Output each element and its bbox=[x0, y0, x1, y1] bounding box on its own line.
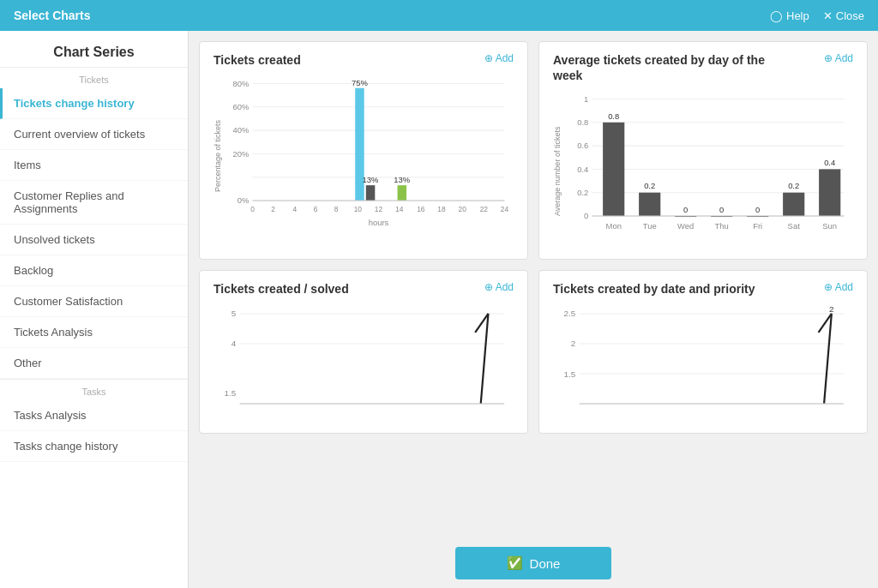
sidebar-item-customer-replies[interactable]: Customer Replies and Assignments bbox=[0, 181, 188, 225]
svg-text:2: 2 bbox=[829, 304, 833, 314]
chart-body-avg-by-day: Average number of tickets 1 0.8 0.6 bbox=[553, 90, 853, 252]
topbar: Select Charts ◯ Help ✕ Close bbox=[0, 0, 878, 31]
svg-text:0.2: 0.2 bbox=[788, 182, 799, 191]
chart-svg-avg-by-day: 1 0.8 0.6 0.4 0.2 0 0.8 0.2 bbox=[565, 90, 853, 252]
svg-text:Mon: Mon bbox=[606, 221, 622, 231]
sidebar-item-other[interactable]: Other bbox=[0, 348, 188, 379]
close-button[interactable]: ✕ Close bbox=[823, 9, 864, 22]
bar-tue bbox=[639, 193, 660, 216]
chart-tickets-created: Tickets created ⊕ Add Percentage of tick… bbox=[199, 41, 528, 260]
svg-text:2: 2 bbox=[571, 339, 575, 348]
spike-line-1 bbox=[481, 314, 489, 404]
chart-svg-tickets-created: 80% 60% 40% 20% 0% 75% 13% bbox=[226, 75, 514, 237]
svg-text:Fri: Fri bbox=[753, 221, 762, 231]
sidebar-item-tickets-change-history[interactable]: Tickets change history bbox=[0, 88, 188, 119]
svg-text:4: 4 bbox=[232, 339, 237, 348]
add-button-created-solved[interactable]: ⊕ Add bbox=[484, 281, 514, 293]
svg-text:18: 18 bbox=[437, 205, 446, 213]
chart-title-by-priority: Tickets created by date and priority bbox=[553, 281, 755, 297]
svg-text:24: 24 bbox=[501, 205, 509, 213]
topbar-title: Select Charts bbox=[14, 9, 90, 22]
help-button[interactable]: ◯ Help bbox=[770, 9, 809, 22]
svg-text:0.2: 0.2 bbox=[577, 188, 588, 197]
svg-text:75%: 75% bbox=[352, 78, 368, 87]
done-checkmark-icon: ✅ bbox=[507, 555, 523, 571]
svg-text:4: 4 bbox=[293, 205, 298, 213]
sidebar-item-tickets-analysis[interactable]: Tickets Analysis bbox=[0, 317, 188, 348]
help-icon: ◯ bbox=[770, 9, 783, 22]
svg-text:16: 16 bbox=[417, 205, 425, 213]
y-axis-label-avg-by-day: Average number of tickets bbox=[553, 90, 562, 252]
svg-text:10: 10 bbox=[354, 205, 363, 213]
y-axis-label-tickets-created: Percentage of tickets bbox=[213, 75, 222, 237]
svg-text:0.8: 0.8 bbox=[577, 117, 588, 127]
sidebar-item-current-overview[interactable]: Current overview of tickets bbox=[0, 119, 188, 150]
svg-text:0.4: 0.4 bbox=[577, 165, 588, 174]
svg-text:0.2: 0.2 bbox=[644, 182, 655, 191]
svg-text:Sat: Sat bbox=[788, 221, 801, 231]
svg-text:0: 0 bbox=[250, 205, 255, 213]
sidebar-section-tickets: Tickets bbox=[0, 67, 188, 88]
chart-area-tickets-created: 80% 60% 40% 20% 0% 75% 13% bbox=[226, 75, 514, 237]
svg-text:80%: 80% bbox=[232, 79, 249, 88]
svg-text:1: 1 bbox=[584, 94, 588, 104]
close-icon: ✕ bbox=[823, 9, 833, 22]
svg-text:0%: 0% bbox=[238, 195, 250, 205]
chart-tickets-created-solved: Tickets created / solved ⊕ Add 5 4 1.5 bbox=[199, 270, 528, 433]
svg-text:Wed: Wed bbox=[677, 221, 694, 231]
svg-text:6: 6 bbox=[314, 205, 318, 213]
chart-tickets-by-priority: Tickets created by date and priority ⊕ A… bbox=[538, 270, 868, 433]
svg-text:0: 0 bbox=[755, 205, 760, 214]
svg-text:22: 22 bbox=[480, 205, 489, 213]
sidebar-item-backlog[interactable]: Backlog bbox=[0, 255, 188, 286]
charts-area: Tickets created ⊕ Add Percentage of tick… bbox=[189, 31, 878, 588]
add-icon-4: ⊕ bbox=[824, 281, 833, 293]
add-button-tickets-created[interactable]: ⊕ Add bbox=[484, 52, 514, 64]
chart-area-avg-by-day: 1 0.8 0.6 0.4 0.2 0 0.8 0.2 bbox=[565, 90, 853, 252]
svg-text:2: 2 bbox=[271, 205, 275, 213]
svg-text:Tue: Tue bbox=[643, 221, 657, 231]
svg-text:20: 20 bbox=[458, 205, 466, 213]
chart-body-tickets-created: Percentage of tickets 80% 60% 40% bbox=[213, 75, 514, 237]
svg-text:40%: 40% bbox=[232, 125, 249, 135]
chart-area-created-solved: 5 4 1.5 bbox=[213, 304, 514, 426]
svg-text:0.8: 0.8 bbox=[608, 111, 619, 121]
svg-text:12: 12 bbox=[375, 205, 383, 213]
svg-text:0: 0 bbox=[719, 205, 724, 214]
svg-text:20%: 20% bbox=[232, 149, 249, 159]
svg-text:Thu: Thu bbox=[715, 221, 729, 231]
chart-title-created-solved: Tickets created / solved bbox=[213, 281, 349, 297]
svg-text:5: 5 bbox=[232, 309, 237, 318]
svg-text:1.5: 1.5 bbox=[225, 388, 237, 398]
sidebar-item-items[interactable]: Items bbox=[0, 150, 188, 181]
svg-text:8: 8 bbox=[334, 205, 339, 213]
bar-sun bbox=[819, 170, 840, 217]
chart-title-avg-by-day: Average tickets created by day of the we… bbox=[553, 52, 779, 83]
sidebar-item-unsolved-tickets[interactable]: Unsolved tickets bbox=[0, 225, 188, 255]
add-icon: ⊕ bbox=[484, 52, 493, 64]
done-button[interactable]: ✅ Done bbox=[455, 547, 612, 579]
svg-text:13%: 13% bbox=[363, 175, 379, 184]
svg-text:0.4: 0.4 bbox=[824, 159, 835, 168]
sidebar-item-tasks-change-history[interactable]: Tasks change history bbox=[0, 431, 188, 462]
add-button-avg-by-day[interactable]: ⊕ Add bbox=[824, 52, 853, 64]
sidebar: Chart Series Tickets Tickets change hist… bbox=[0, 31, 189, 588]
chart-title-tickets-created: Tickets created bbox=[213, 52, 301, 68]
main-layout: Chart Series Tickets Tickets change hist… bbox=[0, 31, 878, 588]
svg-text:14: 14 bbox=[395, 205, 404, 213]
add-icon-2: ⊕ bbox=[824, 52, 833, 64]
sidebar-item-tasks-analysis[interactable]: Tasks Analysis bbox=[0, 400, 188, 431]
add-button-by-priority[interactable]: ⊕ Add bbox=[824, 281, 853, 293]
sidebar-section-tasks: Tasks bbox=[0, 379, 188, 400]
svg-text:2.5: 2.5 bbox=[564, 309, 576, 318]
spike-right-1 bbox=[824, 314, 832, 404]
bar-13pct-green bbox=[398, 185, 407, 201]
chart-svg-created-solved: 5 4 1.5 bbox=[213, 304, 514, 426]
chart-svg-by-priority: 2.5 2 1.5 2 bbox=[553, 304, 853, 426]
svg-text:60%: 60% bbox=[232, 102, 249, 111]
bar-sat bbox=[783, 193, 804, 216]
chart-area-by-priority: 2.5 2 1.5 2 bbox=[553, 304, 853, 426]
sidebar-item-customer-satisfaction[interactable]: Customer Satisfaction bbox=[0, 286, 188, 317]
svg-text:13%: 13% bbox=[394, 175, 410, 184]
svg-text:1.5: 1.5 bbox=[564, 369, 576, 379]
